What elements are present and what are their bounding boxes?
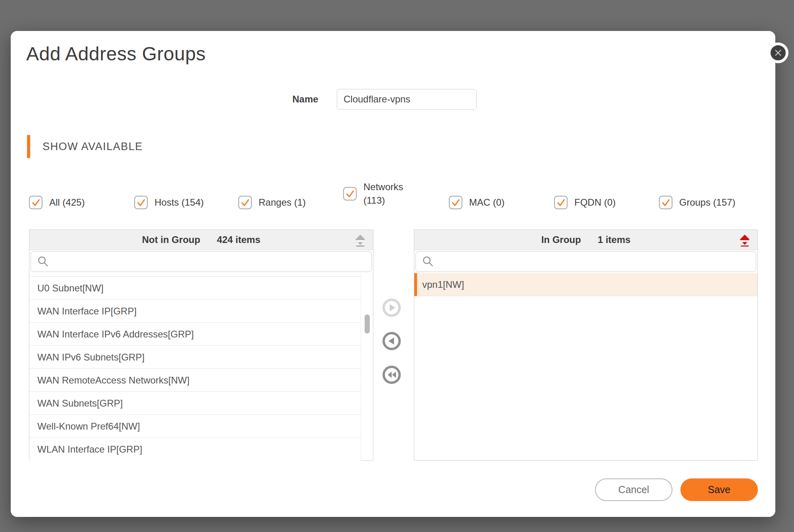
- add-address-groups-dialog: Add Address Groups Name SHOW AVAILABLE A…: [11, 31, 775, 517]
- filter-label: FQDN (0): [574, 197, 616, 208]
- checkbox-checked-icon[interactable]: [29, 196, 43, 209]
- filter-label: Groups (157): [679, 197, 735, 208]
- eraser-icon: [739, 234, 750, 247]
- checkbox-checked-icon[interactable]: [238, 196, 252, 209]
- filter-checkbox-ranges[interactable]: Ranges (1): [238, 194, 306, 211]
- checkbox-checked-icon[interactable]: [659, 196, 672, 209]
- save-button[interactable]: Save: [680, 478, 758, 501]
- scrollbar-thumb[interactable]: [365, 314, 370, 333]
- not-in-group-search: [29, 250, 373, 273]
- not-in-group-header: Not in Group 424 items: [29, 230, 373, 250]
- in-group-search-input[interactable]: [434, 252, 756, 272]
- name-row: Name: [292, 89, 477, 110]
- cancel-button[interactable]: Cancel: [595, 478, 672, 501]
- not-in-group-rows: U0 Subnet[NW]WAN Interface IP[GRP]WAN In…: [29, 273, 361, 461]
- list-item[interactable]: WAN RemoteAccess Networks[NW]: [29, 369, 361, 392]
- scrollbar-track: [361, 273, 361, 461]
- list-item[interactable]: Well-Known Pref64[NW]: [29, 415, 361, 438]
- in-group-title: In Group: [541, 234, 581, 245]
- list-item-selected[interactable]: vpn1[NW]: [414, 273, 757, 296]
- close-button[interactable]: [768, 42, 788, 63]
- in-group-panel: In Group 1 items vpn1[NW]: [414, 229, 758, 461]
- in-group-search: [414, 250, 757, 273]
- show-available-label: SHOW AVAILABLE: [43, 141, 143, 153]
- search-icon: [37, 256, 49, 268]
- list-item[interactable]: WLAN Interface IP[GRP]: [29, 438, 361, 461]
- list-item[interactable]: U0 Subnet[NW]: [29, 277, 361, 300]
- filter-checkbox-mac[interactable]: MAC (0): [449, 194, 504, 211]
- checkbox-checked-icon[interactable]: [134, 196, 148, 209]
- not-in-group-list: U0 Subnet[NW]WAN Interface IP[GRP]WAN In…: [29, 273, 373, 461]
- arrow-left-icon: [385, 334, 398, 348]
- name-label: Name: [292, 94, 320, 105]
- filter-label: All (425): [49, 197, 85, 208]
- filter-checkbox-networks[interactable]: Networks (113): [343, 177, 410, 210]
- list-item[interactable]: WAN Subnets[GRP]: [29, 392, 361, 415]
- move-right-button[interactable]: [383, 299, 401, 317]
- not-in-group-count: 424 items: [217, 234, 260, 245]
- list-item-partial[interactable]: [29, 273, 361, 277]
- eraser-icon: [355, 234, 366, 247]
- list-item[interactable]: WAN IPv6 Subnets[GRP]: [29, 346, 361, 369]
- filter-label: Ranges (1): [259, 197, 306, 208]
- show-available-header: SHOW AVAILABLE: [27, 135, 143, 158]
- clear-not-in-group-button[interactable]: [353, 233, 367, 250]
- filter-checkbox-groups[interactable]: Groups (157): [659, 194, 735, 211]
- list-item[interactable]: WAN Interface IP[GRP]: [29, 300, 361, 323]
- accent-bar: [27, 135, 30, 158]
- in-group-header: In Group 1 items: [414, 230, 757, 250]
- filter-checkbox-all[interactable]: All (425): [29, 194, 85, 211]
- not-in-group-title: Not in Group: [142, 234, 200, 245]
- not-in-group-search-input[interactable]: [49, 252, 371, 272]
- filter-checkbox-hosts[interactable]: Hosts (154): [134, 194, 204, 211]
- name-input[interactable]: [337, 89, 477, 110]
- checkbox-checked-icon[interactable]: [343, 187, 357, 200]
- search-icon: [422, 256, 434, 268]
- list-item[interactable]: WAN Interface IPv6 Addresses[GRP]: [29, 323, 361, 346]
- arrow-right-icon: [385, 301, 398, 314]
- in-group-list: vpn1[NW]: [414, 273, 757, 461]
- filter-label: MAC (0): [469, 197, 504, 208]
- move-all-left-button[interactable]: [383, 366, 401, 384]
- not-in-group-panel: Not in Group 424 items: [29, 229, 373, 461]
- filter-checkbox-fqdn[interactable]: FQDN (0): [554, 194, 616, 211]
- move-left-button[interactable]: [383, 332, 401, 350]
- dialog-actions: Cancel Save: [595, 478, 758, 501]
- in-group-count: 1 items: [598, 234, 631, 245]
- in-group-rows: vpn1[NW]: [414, 273, 757, 296]
- dialog-title: Add Address Groups: [26, 43, 206, 65]
- double-arrow-left-icon: [385, 368, 398, 382]
- filter-label: Hosts (154): [155, 197, 204, 208]
- checkbox-checked-icon[interactable]: [449, 196, 462, 209]
- clear-in-group-button[interactable]: [738, 233, 752, 250]
- checkbox-checked-icon[interactable]: [554, 196, 568, 209]
- close-icon: [773, 48, 783, 58]
- filter-label: Networks (113): [363, 180, 410, 207]
